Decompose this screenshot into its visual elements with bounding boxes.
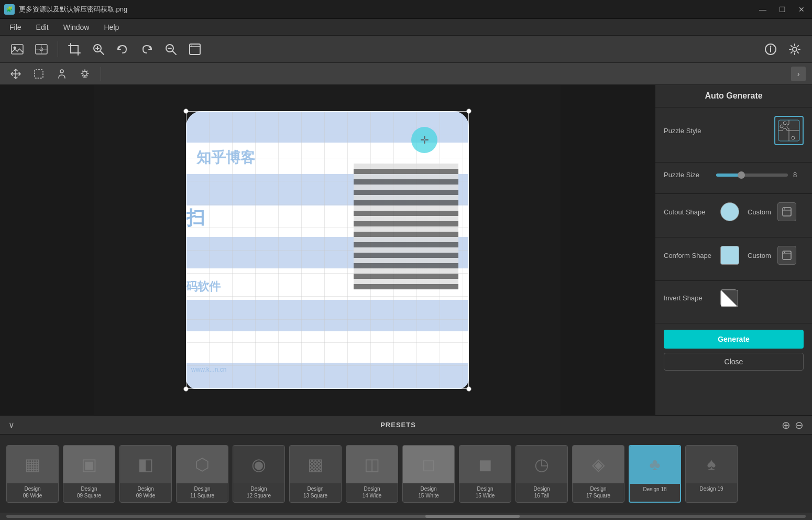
menu-file[interactable]: File xyxy=(2,21,29,34)
preset-item[interactable]: ◷ Design16 Tall xyxy=(515,445,568,503)
preset-thumb: ♠ xyxy=(686,446,737,483)
close-window-button[interactable]: ✕ xyxy=(795,4,808,15)
presets-add-button[interactable]: ⊕ xyxy=(782,419,791,431)
puzzle-style-label: Puzzle Style xyxy=(664,127,711,135)
preset-item[interactable]: ◻ Design15 White xyxy=(402,445,455,503)
preset-item[interactable]: ▣ Design09 Square xyxy=(63,445,115,503)
cutout-shape-preview[interactable] xyxy=(720,202,739,221)
conform-shape-label: Conform Shape xyxy=(664,252,716,259)
close-button[interactable]: Close xyxy=(664,353,804,371)
window-title: 更多资源以及默认解压密码获取.png xyxy=(19,5,752,14)
menu-edit[interactable]: Edit xyxy=(29,21,56,34)
puzzle-size-slider[interactable] xyxy=(716,174,788,177)
presets-remove-button[interactable]: ⊖ xyxy=(795,419,804,431)
zoom-out-button[interactable] xyxy=(160,39,182,60)
minimize-button[interactable]: — xyxy=(756,4,770,15)
preset-label: Design14 Wide xyxy=(361,483,383,501)
invert-shape-section: Invert Shape xyxy=(655,281,812,323)
cutout-shape-label: Cutout Shape xyxy=(664,208,716,216)
canvas-area[interactable]: 知乎博客 扫 码软件 www.k...n.cn ✛ xyxy=(0,85,655,415)
main-layout: 知乎博客 扫 码软件 www.k...n.cn ✛ Auto Generate … xyxy=(0,85,812,415)
preset-label: Design11 Square xyxy=(189,483,215,501)
presets-scroll[interactable]: ▦ Design08 Wide ▣ Design09 Square ◧ Desi… xyxy=(0,435,812,513)
svg-point-13 xyxy=(83,71,87,75)
settings-button[interactable] xyxy=(784,39,806,60)
puzzle-style-preview[interactable] xyxy=(774,116,804,145)
menu-help[interactable]: Help xyxy=(96,21,126,34)
puzzle-style-section: Puzzle Style xyxy=(655,107,812,162)
svg-point-1 xyxy=(14,46,16,49)
toolbar-sep-1 xyxy=(58,41,58,57)
preset-label: Design13 Square xyxy=(302,483,328,501)
maximize-button[interactable]: ☐ xyxy=(776,4,789,15)
app-icon: 🧩 xyxy=(4,4,15,15)
puzzle-canvas[interactable]: 知乎博客 扫 码软件 www.k...n.cn ✛ xyxy=(186,111,469,389)
fullscreen-button[interactable] xyxy=(184,39,206,60)
cutout-custom-button[interactable] xyxy=(777,202,796,221)
presets-title: PRESETS xyxy=(15,421,782,429)
menu-window[interactable]: Window xyxy=(56,21,97,34)
preset-item[interactable]: ▦ Design08 Wide xyxy=(6,445,59,503)
preset-label: Design17 Square xyxy=(585,483,611,501)
scroll-thumb[interactable] xyxy=(425,515,520,518)
preset-item[interactable]: ◫ Design14 Wide xyxy=(346,445,398,503)
puzzle-size-row: Puzzle Size 8 xyxy=(664,171,804,179)
preset-thumb: ♣ xyxy=(630,446,680,484)
conform-custom-button[interactable] xyxy=(777,246,796,265)
preset-item[interactable]: ⬡ Design11 Square xyxy=(176,445,228,503)
info-button[interactable] xyxy=(760,39,782,60)
conform-shape-preview[interactable] xyxy=(720,246,739,265)
crop-button[interactable] xyxy=(63,39,85,60)
presets-collapse-button[interactable]: ∨ xyxy=(8,420,15,430)
conform-custom-label: Custom xyxy=(748,252,771,259)
preset-label: Design08 Wide xyxy=(22,483,43,501)
scroll-track xyxy=(6,515,806,518)
window-controls: — ☐ ✕ xyxy=(756,4,808,15)
preset-label: Design 19 xyxy=(698,483,724,494)
preset-thumb: ◈ xyxy=(573,446,624,483)
svg-point-19 xyxy=(784,209,785,210)
action-buttons: Generate Close xyxy=(655,323,812,381)
puzzle-tool-button[interactable] xyxy=(30,39,52,60)
toolbar xyxy=(0,36,812,63)
image-tool-button[interactable] xyxy=(6,39,28,60)
preset-item[interactable]: ◈ Design17 Square xyxy=(572,445,624,503)
person-tool-button[interactable] xyxy=(52,65,71,83)
preset-item[interactable]: ♣ Design 18 xyxy=(629,445,681,503)
invert-shape-icon[interactable] xyxy=(720,289,737,306)
preset-item[interactable]: ♠ Design 19 xyxy=(685,445,738,503)
move-tool-button[interactable] xyxy=(6,65,25,83)
svg-point-21 xyxy=(784,252,785,253)
generate-button[interactable]: Generate xyxy=(664,330,804,349)
preset-item[interactable]: ◧ Design09 Wide xyxy=(119,445,172,503)
preset-item[interactable]: ◉ Design12 Square xyxy=(233,445,285,503)
redo-button[interactable] xyxy=(136,39,158,60)
presets-header: ∨ PRESETS ⊕ ⊖ xyxy=(0,416,812,435)
preset-thumb: ▩ xyxy=(290,446,341,483)
select-tool-button[interactable] xyxy=(29,65,48,83)
preset-thumb: ◻ xyxy=(403,446,454,483)
selection-box xyxy=(186,111,469,389)
preset-label: Design09 Square xyxy=(76,483,102,501)
preset-item[interactable]: ▩ Design13 Square xyxy=(289,445,342,503)
conform-shape-section: Conform Shape Custom xyxy=(655,237,812,281)
slider-thumb[interactable] xyxy=(738,171,745,179)
preset-thumb: ▣ xyxy=(63,446,115,483)
canvas-dark-left xyxy=(0,85,94,415)
svg-rect-20 xyxy=(783,251,791,259)
svg-rect-11 xyxy=(35,70,43,78)
title-bar: 🧩 更多资源以及默认解压密码获取.png — ☐ ✕ xyxy=(0,0,812,19)
zoom-in-button[interactable] xyxy=(87,39,109,60)
toolbar-right xyxy=(760,39,806,60)
puzzle-size-label: Puzzle Size xyxy=(664,171,711,179)
preset-item[interactable]: ◼ Design15 Wide xyxy=(459,445,511,503)
puzzle-style-row: Puzzle Style xyxy=(664,116,804,145)
undo-button[interactable] xyxy=(112,39,134,60)
preset-label: Design15 White xyxy=(417,483,440,501)
expand-button[interactable]: › xyxy=(791,67,806,81)
svg-rect-4 xyxy=(71,46,78,53)
preset-label: Design09 Wide xyxy=(135,483,157,501)
light-tool-button[interactable] xyxy=(75,65,94,83)
conform-shape-row: Conform Shape Custom xyxy=(664,246,804,265)
svg-point-12 xyxy=(60,70,63,73)
